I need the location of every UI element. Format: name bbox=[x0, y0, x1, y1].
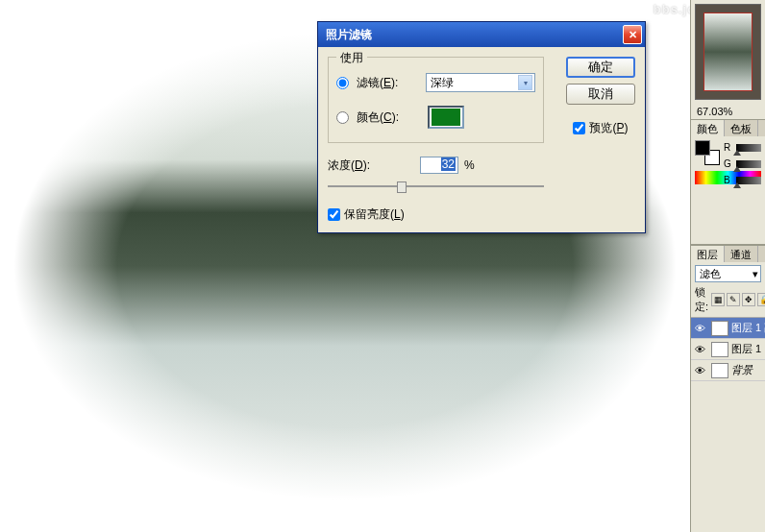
lock-paint-icon[interactable]: ✎ bbox=[727, 293, 740, 306]
layer-row[interactable]: 👁 图层 1 副 bbox=[691, 318, 765, 339]
g-label: G bbox=[724, 158, 733, 169]
navigator-viewport bbox=[703, 12, 753, 91]
layer-name: 图层 1 副 bbox=[731, 321, 765, 335]
preview-label: 预览(P) bbox=[589, 120, 628, 136]
layer-list: 👁 图层 1 副 👁 图层 1 👁 背景 bbox=[691, 317, 765, 381]
lock-all-icon[interactable]: 🔒 bbox=[757, 293, 765, 306]
tab-swatches[interactable]: 色板 bbox=[725, 120, 758, 136]
right-panels: 67.03% 颜色 色板 R G B 图层 通道 滤色 ▾ 锁定: bbox=[690, 0, 765, 532]
visibility-icon[interactable]: 👁 bbox=[691, 365, 708, 376]
navigator-zoom[interactable]: 67.03% bbox=[691, 104, 765, 119]
lock-move-icon[interactable]: ✥ bbox=[742, 293, 755, 306]
filter-radio[interactable] bbox=[336, 77, 349, 89]
color-swatch[interactable] bbox=[428, 106, 464, 129]
fg-bg-colors[interactable] bbox=[695, 140, 720, 165]
layer-thumbnail[interactable] bbox=[711, 342, 728, 357]
filter-dropdown-value: 深绿 bbox=[431, 75, 454, 91]
layer-thumbnail[interactable] bbox=[711, 363, 728, 378]
slider-thumb-icon[interactable] bbox=[733, 150, 741, 156]
density-input[interactable]: 32 bbox=[420, 157, 458, 174]
density-unit: % bbox=[464, 158, 475, 172]
density-label: 浓度(D): bbox=[328, 157, 420, 174]
navigator-thumbnail[interactable] bbox=[695, 4, 761, 100]
foreground-color-swatch[interactable] bbox=[695, 140, 710, 156]
layer-row[interactable]: 👁 图层 1 bbox=[691, 339, 765, 360]
tab-channels[interactable]: 通道 bbox=[725, 246, 758, 262]
b-slider[interactable] bbox=[736, 177, 761, 184]
lock-label: 锁定: bbox=[695, 285, 708, 314]
preserve-luminosity-checkbox[interactable] bbox=[328, 208, 340, 221]
dialog-titlebar[interactable]: 照片滤镜 ✕ bbox=[318, 22, 645, 47]
close-icon[interactable]: ✕ bbox=[623, 25, 642, 44]
tab-color[interactable]: 颜色 bbox=[691, 120, 725, 136]
layer-row[interactable]: 👁 背景 bbox=[691, 360, 765, 381]
g-slider[interactable] bbox=[736, 160, 761, 168]
color-panel: R G B bbox=[691, 136, 765, 244]
blend-mode-value: 滤色 bbox=[700, 267, 721, 281]
cancel-button[interactable]: 取消 bbox=[566, 84, 635, 105]
layer-name: 图层 1 bbox=[731, 342, 765, 356]
preview-checkbox[interactable] bbox=[573, 122, 585, 134]
preserve-luminosity-label: 保留亮度(L) bbox=[344, 206, 405, 223]
ok-button[interactable]: 确定 bbox=[566, 57, 635, 78]
use-groupbox: 使用 滤镜(E): 深绿 ▾ 颜色(C): bbox=[328, 57, 544, 143]
dialog-title: 照片滤镜 bbox=[326, 27, 623, 43]
r-slider[interactable] bbox=[736, 144, 761, 152]
color-radio[interactable] bbox=[336, 111, 349, 124]
visibility-icon[interactable]: 👁 bbox=[691, 344, 708, 355]
lock-transparency-icon[interactable]: ▦ bbox=[711, 293, 725, 306]
layer-thumbnail[interactable] bbox=[711, 321, 728, 336]
r-label: R bbox=[724, 142, 733, 153]
slider-track bbox=[328, 185, 544, 187]
chevron-down-icon: ▾ bbox=[518, 75, 532, 90]
blend-mode-dropdown[interactable]: 滤色 ▾ bbox=[695, 265, 761, 282]
b-label: B bbox=[724, 175, 733, 185]
layer-name: 背景 bbox=[731, 363, 765, 377]
filter-dropdown[interactable]: 深绿 ▾ bbox=[426, 73, 535, 92]
groupbox-title: 使用 bbox=[336, 50, 367, 66]
color-radio-label: 颜色(C): bbox=[357, 109, 424, 126]
tab-layers[interactable]: 图层 bbox=[691, 246, 725, 262]
density-slider[interactable] bbox=[328, 178, 544, 197]
filter-radio-label: 滤镜(E): bbox=[357, 75, 422, 91]
slider-thumb-icon[interactable] bbox=[733, 182, 741, 188]
slider-thumb[interactable] bbox=[397, 181, 407, 193]
chevron-down-icon: ▾ bbox=[753, 268, 758, 280]
color-swatch-inner bbox=[432, 109, 460, 126]
slider-thumb-icon[interactable] bbox=[733, 166, 741, 172]
photo-filter-dialog: 照片滤镜 ✕ 使用 滤镜(E): 深绿 ▾ 颜色(C): 浓度 bbox=[317, 21, 646, 233]
visibility-icon[interactable]: 👁 bbox=[691, 323, 708, 334]
